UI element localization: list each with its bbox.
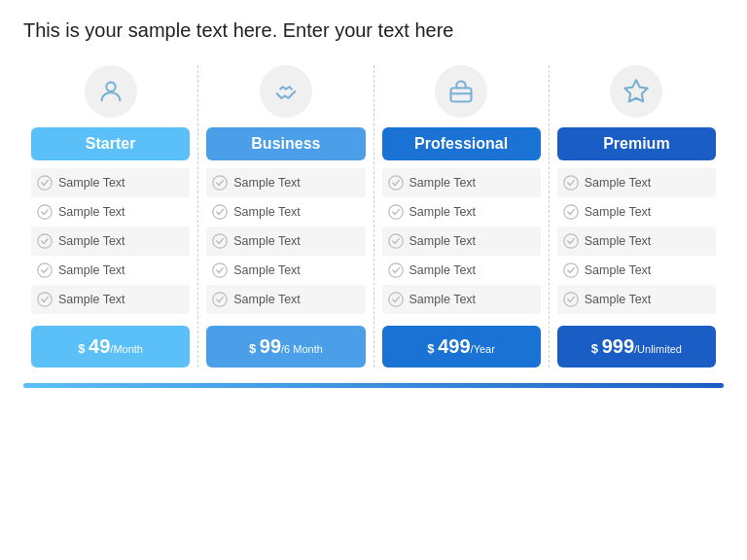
check-icon [212,175,228,191]
svg-point-16 [388,263,402,277]
price-dollar: $ [249,341,260,356]
feature-row: Sample Text [206,256,365,285]
check-icon [563,175,579,191]
feature-row: Sample Text [382,285,541,314]
feature-text: Sample Text [58,293,125,306]
svg-point-22 [564,263,578,277]
feature-row: Sample Text [557,227,716,256]
price-amount: 499 [438,335,470,357]
price-button-professional[interactable]: $ 499/Year [382,326,541,368]
svg-point-20 [564,205,578,219]
feature-row: Sample Text [557,256,716,285]
person-icon [85,65,137,118]
price-button-premium[interactable]: $ 999/Unlimited [557,326,716,368]
feature-text: Sample Text [58,263,125,277]
svg-point-4 [38,263,52,277]
page-title: This is your sample text here. Enter you… [23,19,724,42]
feature-text: Sample Text [233,234,301,248]
feature-text: Sample Text [585,176,652,190]
check-icon [563,204,579,220]
plan-label-business: Business [206,127,365,160]
feature-text: Sample Text [585,263,652,277]
feature-row: Sample Text [206,197,365,227]
feature-row: Sample Text [382,256,541,285]
features-list-business: Sample Text Sample Text Sample Text Samp… [206,168,365,314]
svg-point-10 [213,293,227,306]
feature-row: Sample Text [31,285,190,314]
feature-row: Sample Text [31,227,190,256]
svg-point-1 [38,176,52,190]
svg-point-9 [213,263,227,277]
pricing-table: Starter Sample Text Sample Text Sample T… [23,65,724,368]
plan-col-premium: Premium Sample Text Sample Text Sample T… [550,65,724,368]
price-period: /Unlimited [634,343,682,355]
svg-point-8 [213,234,227,248]
feature-row: Sample Text [206,285,365,314]
feature-text: Sample Text [233,293,301,306]
plan-col-business: Business Sample Text Sample Text Sample … [198,65,374,368]
price-button-business[interactable]: $ 99/6 Month [206,326,365,368]
price-period: /Year [471,343,495,355]
feature-row: Sample Text [31,197,190,227]
feature-row: Sample Text [31,168,190,197]
bottom-bar [23,383,724,388]
feature-text: Sample Text [585,234,652,248]
feature-text: Sample Text [409,176,477,190]
svg-marker-18 [625,80,648,101]
svg-point-21 [564,234,578,248]
svg-point-13 [388,176,402,190]
feature-text: Sample Text [233,176,301,190]
feature-row: Sample Text [557,197,716,227]
check-icon [563,292,579,307]
check-icon [37,204,53,220]
check-icon [388,233,404,249]
check-icon [212,233,228,249]
feature-row: Sample Text [557,285,716,314]
handshake-icon [260,65,312,118]
feature-text: Sample Text [233,263,301,277]
features-list-premium: Sample Text Sample Text Sample Text Samp… [557,168,716,314]
check-icon [563,233,579,249]
features-list-professional: Sample Text Sample Text Sample Text Samp… [382,168,541,314]
feature-row: Sample Text [382,168,541,197]
price-amount: 99 [260,335,281,357]
price-dollar: $ [591,341,602,356]
star-icon [610,65,662,118]
price-dollar: $ [78,341,89,356]
check-icon [212,262,228,278]
check-icon [37,233,53,249]
features-list-starter: Sample Text Sample Text Sample Text Samp… [31,168,190,314]
feature-text: Sample Text [409,293,477,306]
feature-text: Sample Text [58,176,125,190]
svg-point-19 [564,176,578,190]
svg-point-0 [106,83,115,91]
price-amount: 999 [602,335,634,357]
svg-rect-11 [451,88,472,102]
check-icon [388,262,404,278]
check-icon [388,204,404,220]
feature-row: Sample Text [557,168,716,197]
feature-row: Sample Text [206,168,365,197]
price-amount: 49 [89,335,110,357]
plan-label-premium: Premium [557,127,716,160]
svg-point-3 [38,234,52,248]
feature-row: Sample Text [206,227,365,256]
svg-point-6 [213,176,227,190]
feature-text: Sample Text [409,263,477,277]
price-button-starter[interactable]: $ 49/Month [31,326,190,368]
svg-point-2 [38,205,52,219]
svg-point-17 [388,293,402,306]
feature-text: Sample Text [58,234,125,248]
svg-point-14 [388,205,402,219]
check-icon [37,175,53,191]
feature-row: Sample Text [382,197,541,227]
check-icon [37,292,53,307]
briefcase-icon [435,65,487,118]
plan-col-professional: Professional Sample Text Sample Text Sam… [374,65,550,368]
check-icon [37,262,53,278]
svg-point-15 [388,234,402,248]
feature-row: Sample Text [382,227,541,256]
feature-text: Sample Text [585,293,652,306]
plan-label-starter: Starter [31,127,190,160]
svg-point-23 [564,293,578,306]
